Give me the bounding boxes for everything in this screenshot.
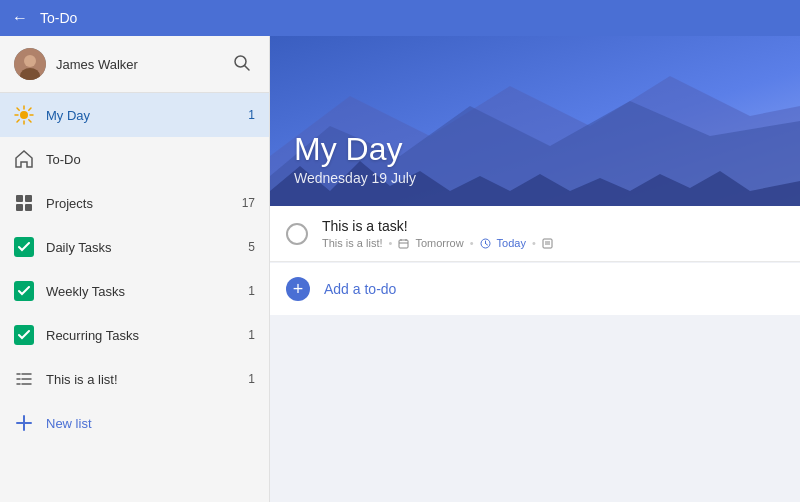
content-area: My Day Wednesday 19 July This is a task!… xyxy=(270,36,800,502)
sidebar-item-this-is-a-list[interactable]: This is a list! 1 xyxy=(0,357,269,401)
table-row[interactable]: This is a task! This is a list! • xyxy=(270,206,800,262)
svg-line-13 xyxy=(17,120,19,122)
app-title: To-Do xyxy=(40,10,77,26)
grid-icon xyxy=(14,193,34,213)
task-list: This is a task! This is a list! • xyxy=(270,206,800,502)
svg-line-36 xyxy=(485,243,487,245)
svg-rect-16 xyxy=(16,204,23,211)
my-day-badge: 1 xyxy=(237,108,255,122)
daily-tasks-icon xyxy=(14,237,34,257)
todo-label: To-Do xyxy=(46,152,225,167)
svg-line-12 xyxy=(29,108,31,110)
task-list-ref: This is a list! xyxy=(322,237,383,249)
sidebar-item-my-day[interactable]: My Day 1 xyxy=(0,93,269,137)
search-button[interactable] xyxy=(229,50,255,79)
recurring-tasks-badge: 1 xyxy=(237,328,255,342)
add-todo-label: Add a to-do xyxy=(324,281,396,297)
svg-rect-30 xyxy=(399,240,408,248)
sidebar-header: James Walker xyxy=(0,36,269,93)
projects-badge: 17 xyxy=(237,196,255,210)
daily-tasks-badge: 5 xyxy=(237,240,255,254)
top-bar: ← To-Do xyxy=(0,0,800,36)
avatar xyxy=(14,48,46,80)
svg-line-10 xyxy=(17,108,19,110)
task-today-label: Today xyxy=(497,237,526,249)
svg-rect-15 xyxy=(25,195,32,202)
add-todo-row[interactable]: + Add a to-do xyxy=(270,263,800,315)
task-due-label: Tomorrow xyxy=(415,237,463,249)
add-todo-plus-icon: + xyxy=(286,277,310,301)
list-lines-icon xyxy=(14,369,34,389)
recurring-tasks-label: Recurring Tasks xyxy=(46,328,225,343)
task-meta: This is a list! • Tomorrow • xyxy=(322,237,784,249)
meta-dot-3: • xyxy=(532,237,536,249)
sidebar-item-daily-tasks[interactable]: Daily Tasks 5 xyxy=(0,225,269,269)
user-name: James Walker xyxy=(56,57,138,72)
meta-dot-1: • xyxy=(389,237,393,249)
sidebar-item-projects[interactable]: Projects 17 xyxy=(0,181,269,225)
task-today-icon xyxy=(480,238,491,249)
svg-line-4 xyxy=(245,65,250,70)
content-header: My Day Wednesday 19 July xyxy=(270,36,800,206)
new-list-button[interactable]: New list xyxy=(0,401,269,445)
weekly-tasks-icon xyxy=(14,281,34,301)
content-subtitle: Wednesday 19 July xyxy=(294,170,776,186)
content-title: My Day xyxy=(294,130,776,168)
sidebar-item-recurring-tasks[interactable]: Recurring Tasks 1 xyxy=(0,313,269,357)
svg-line-11 xyxy=(29,120,31,122)
task-complete-circle[interactable] xyxy=(286,223,308,245)
projects-label: Projects xyxy=(46,196,225,211)
meta-dot-2: • xyxy=(470,237,474,249)
this-is-a-list-label: This is a list! xyxy=(46,372,225,387)
home-icon xyxy=(14,149,34,169)
svg-rect-17 xyxy=(25,204,32,211)
svg-point-1 xyxy=(24,55,36,67)
task-info: This is a task! This is a list! • xyxy=(322,218,784,249)
sun-icon xyxy=(14,105,34,125)
daily-tasks-label: Daily Tasks xyxy=(46,240,225,255)
weekly-tasks-label: Weekly Tasks xyxy=(46,284,225,299)
sidebar-item-weekly-tasks[interactable]: Weekly Tasks 1 xyxy=(0,269,269,313)
task-due-icon xyxy=(398,238,409,249)
task-note-icon xyxy=(542,238,553,249)
plus-icon xyxy=(14,413,34,433)
sidebar-user: James Walker xyxy=(14,48,138,80)
svg-rect-14 xyxy=(16,195,23,202)
main-layout: James Walker xyxy=(0,36,800,502)
new-list-label: New list xyxy=(46,416,255,431)
sidebar-item-todo[interactable]: To-Do xyxy=(0,137,269,181)
recurring-tasks-icon xyxy=(14,325,34,345)
back-button[interactable]: ← xyxy=(12,9,28,27)
task-title: This is a task! xyxy=(322,218,784,234)
weekly-tasks-badge: 1 xyxy=(237,284,255,298)
my-day-label: My Day xyxy=(46,108,225,123)
this-is-a-list-badge: 1 xyxy=(237,372,255,386)
svg-point-5 xyxy=(20,111,28,119)
sidebar: James Walker xyxy=(0,36,270,502)
